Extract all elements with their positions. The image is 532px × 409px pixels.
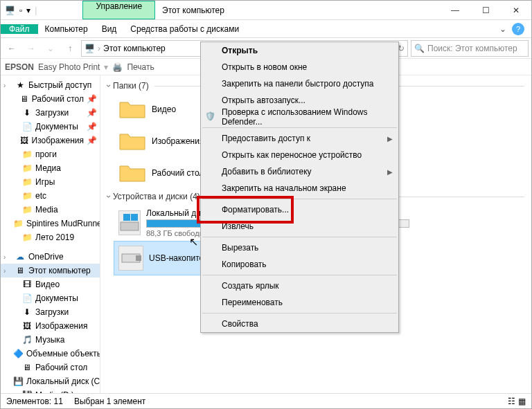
window-title: Этот компьютер [155, 1, 440, 19]
tree-label: Видео [35, 280, 60, 289]
view-large-icon[interactable]: ▦ [518, 397, 526, 406]
ribbon-tab-manage[interactable]: Управление [82, 1, 155, 19]
context-label: Копировать [222, 260, 267, 269]
desktop-icon: 🖥 [20, 93, 29, 104]
tree-item[interactable]: 📁Игры [1, 175, 100, 189]
3d-icon: 🔷 [13, 348, 24, 359]
nav-back-button[interactable]: ← [3, 40, 20, 57]
ribbon-tab-file[interactable]: Файл [1, 24, 38, 34]
epson-app: Easy Photo Print [38, 62, 100, 72]
tree-label: Рабочий стол [35, 363, 87, 372]
minimize-button[interactable]: — [440, 1, 470, 19]
maximize-button[interactable]: ☐ [470, 1, 501, 19]
tree-label: OneDrive [28, 252, 64, 262]
help-icon[interactable]: ? [512, 23, 524, 35]
image-icon: 🖼 [20, 135, 29, 146]
context-item[interactable]: Добавить в библиотеку▶ [201, 163, 398, 180]
svg-rect-4 [136, 255, 141, 261]
qat-item[interactable]: ▫ [19, 6, 22, 15]
context-item[interactable]: Открыть как переносное устройство [201, 147, 398, 163]
folder-icon: 📁 [21, 190, 33, 201]
view-details-icon[interactable]: ☷ [508, 397, 515, 406]
close-button[interactable]: ✕ [501, 1, 531, 19]
tree-item[interactable]: 📁Лето 2019 [1, 230, 100, 244]
qat-item[interactable]: ▾ [26, 6, 30, 15]
tree-item[interactable]: 🖼Изображения📌 [1, 134, 100, 147]
chevron-down-icon[interactable]: › [104, 84, 114, 87]
context-item[interactable]: Закрепить на панели быстрого доступа [201, 75, 398, 92]
nav-up-button[interactable]: ↑ [62, 40, 78, 57]
epson-brand: EPSON [5, 62, 34, 72]
context-menu[interactable]: ОткрытьОткрыть в новом окнеЗакрепить на … [200, 42, 399, 333]
tree-item[interactable]: 📁Медиа [1, 161, 100, 175]
context-item[interactable]: 🛡️Проверка с использованием Windows Defe… [201, 109, 398, 125]
tree-item[interactable]: 📄Документы [1, 291, 100, 305]
nav-recent-button[interactable]: ⌄ [42, 40, 59, 57]
ribbon-tab-computer[interactable]: Компьютер [38, 19, 95, 39]
music-icon: 🎵 [21, 334, 33, 345]
tree-item[interactable]: 🖥Рабочий стол [1, 361, 100, 374]
tree-item[interactable]: ⬇Загрузки [1, 305, 100, 319]
context-label: Закрепить на панели быстрого доступа [222, 79, 374, 89]
tree-label: Этот компьютер [28, 266, 91, 275]
context-label: Вырезать [222, 243, 258, 253]
tree-item[interactable]: 📁проги [1, 147, 100, 161]
highlight-box [197, 196, 294, 224]
tree-item[interactable]: 🎵Музыка [1, 333, 100, 347]
expand-icon[interactable]: › [3, 253, 12, 261]
folder-icon [118, 129, 146, 153]
print-label[interactable]: Печать [127, 62, 154, 72]
context-item[interactable]: Свойства [201, 316, 398, 332]
tree-item[interactable]: 📁Spintires MudRunner [1, 217, 100, 230]
tree-label: Изображения [32, 136, 84, 145]
tree-item[interactable]: ›★Быстрый доступ [1, 78, 100, 92]
tree-item[interactable]: 💾Media (D:) [1, 388, 100, 393]
search-input[interactable]: 🔍 Поиск: Этот компьютер [411, 40, 529, 57]
expand-icon[interactable]: › [3, 267, 12, 275]
tree-item[interactable]: 🖼Изображения [1, 319, 100, 333]
tree-item[interactable]: ›🖥Этот компьютер [1, 264, 100, 278]
nav-forward-button[interactable]: → [23, 40, 39, 57]
tree-item[interactable]: 📁Media [1, 203, 100, 217]
print-icon[interactable]: 🖨️ [112, 62, 123, 72]
context-item[interactable]: Переименовать [201, 294, 398, 311]
ribbon-tab-view[interactable]: Вид [95, 19, 124, 39]
group-title: Устройства и диски (4) [113, 192, 200, 201]
pc-icon: 🖥 [15, 265, 26, 276]
context-label: Добавить в библиотеку [222, 167, 312, 176]
context-item[interactable]: Вырезать [201, 239, 398, 256]
ribbon-collapse-icon[interactable]: ⌄ [499, 24, 506, 34]
tree-item[interactable]: 💾Локальный диск (C:) [1, 374, 100, 388]
submenu-arrow-icon: ▶ [387, 168, 393, 176]
tree-label: Рабочий стол [32, 94, 84, 104]
expand-icon[interactable]: › [3, 82, 12, 89]
pin-icon: 📌 [87, 94, 97, 104]
search-icon: 🔍 [414, 44, 425, 53]
tree-item[interactable]: 📁etc [1, 189, 100, 203]
context-item[interactable]: Предоставить доступ к▶ [201, 130, 398, 147]
chevron-down-icon[interactable]: › [104, 195, 114, 198]
context-item[interactable]: Открыть в новом окне [201, 59, 398, 75]
tree-label: Изображения [35, 321, 87, 331]
context-item[interactable]: Закрепить на начальном экране [201, 180, 398, 197]
doc-icon: 📄 [21, 121, 33, 132]
tree-item[interactable]: 🎞Видео [1, 278, 100, 291]
folder-icon: 📁 [21, 204, 33, 215]
tree-item[interactable]: 🔷Объемные объекты [1, 347, 100, 361]
tree-label: Документы [35, 122, 78, 131]
context-item[interactable]: Открыть [201, 42, 398, 59]
context-item[interactable]: Создать ярлык [201, 278, 398, 294]
ribbon-subtools[interactable]: Средства работы с дисками [123, 19, 246, 39]
tree-item[interactable]: ›☁OneDrive [1, 250, 100, 264]
star-icon: ★ [15, 80, 26, 91]
context-item[interactable]: Копировать [201, 256, 398, 273]
tree-item[interactable]: 🖥Рабочий стол📌 [1, 92, 100, 106]
context-item[interactable]: Открыть автозапуск... [201, 92, 398, 109]
folder-icon: 📁 [21, 163, 33, 174]
doc-icon: 📄 [21, 293, 33, 304]
tree-item[interactable]: ⬇Загрузки📌 [1, 106, 100, 120]
nav-tree[interactable]: ›★Быстрый доступ🖥Рабочий стол📌⬇Загрузки📌… [1, 75, 100, 393]
tree-label: Локальный диск (C:) [26, 376, 100, 386]
svg-rect-0 [121, 222, 139, 230]
tree-item[interactable]: 📄Документы📌 [1, 120, 100, 134]
